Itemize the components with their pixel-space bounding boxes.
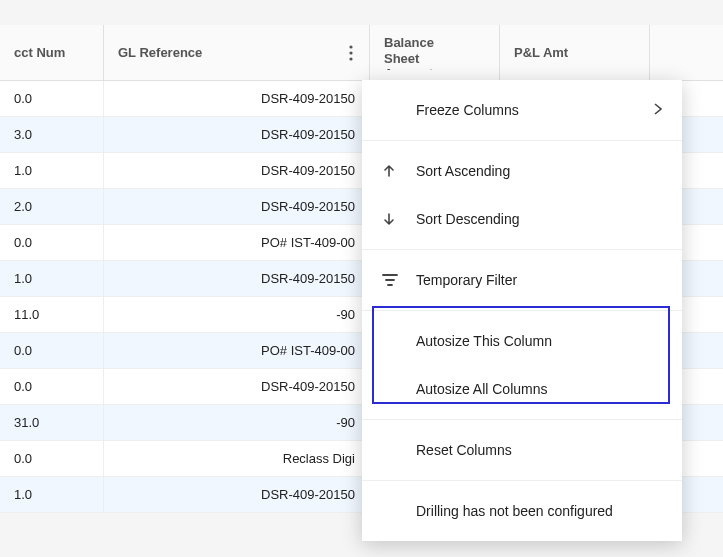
cell-value: 0.0 bbox=[14, 235, 32, 250]
cell-value: -90 bbox=[336, 307, 355, 322]
svg-point-1 bbox=[349, 51, 352, 54]
cell-acct-num[interactable]: 1.0 bbox=[0, 153, 104, 188]
menu-item-temporary-filter[interactable]: Temporary Filter bbox=[362, 256, 682, 304]
column-header-gl-reference[interactable]: GL Reference bbox=[104, 25, 370, 80]
filter-icon bbox=[382, 274, 416, 286]
cell-value: 2.0 bbox=[14, 199, 32, 214]
cell-acct-num[interactable]: 1.0 bbox=[0, 477, 104, 512]
arrow-up-icon bbox=[382, 164, 416, 178]
svg-point-2 bbox=[349, 57, 352, 60]
menu-separator bbox=[362, 140, 682, 141]
cell-gl-reference[interactable]: PO# IST-409-00 bbox=[104, 333, 370, 368]
cell-value: DSR-409-20150 bbox=[261, 163, 355, 178]
header-label-line1: Balance bbox=[384, 35, 434, 51]
header-label: GL Reference bbox=[118, 45, 202, 60]
menu-item-drilling-message: Drilling has not been configured bbox=[362, 487, 682, 535]
menu-separator bbox=[362, 310, 682, 311]
cell-value: 1.0 bbox=[14, 163, 32, 178]
cell-acct-num[interactable]: 3.0 bbox=[0, 117, 104, 152]
column-context-menu: Freeze Columns Sort Ascending Sort Desce… bbox=[362, 80, 682, 541]
cell-acct-num[interactable]: 0.0 bbox=[0, 369, 104, 404]
cell-gl-reference[interactable]: DSR-409-20150 bbox=[104, 261, 370, 296]
cell-gl-reference[interactable]: -90 bbox=[104, 297, 370, 332]
cell-gl-reference[interactable]: DSR-409-20150 bbox=[104, 369, 370, 404]
menu-label: Autosize This Column bbox=[416, 333, 662, 349]
cell-value: 0.0 bbox=[14, 343, 32, 358]
menu-separator bbox=[362, 419, 682, 420]
menu-label: Freeze Columns bbox=[416, 102, 654, 118]
submenu-caret-icon bbox=[654, 102, 662, 118]
cell-acct-num[interactable]: 2.0 bbox=[0, 189, 104, 224]
menu-label: Drilling has not been configured bbox=[416, 503, 662, 519]
menu-item-autosize-all-columns[interactable]: Autosize All Columns bbox=[362, 365, 682, 413]
cell-acct-num[interactable]: 0.0 bbox=[0, 441, 104, 476]
menu-item-reset-columns[interactable]: Reset Columns bbox=[362, 426, 682, 474]
menu-separator bbox=[362, 480, 682, 481]
menu-item-sort-descending[interactable]: Sort Descending bbox=[362, 195, 682, 243]
cell-acct-num[interactable]: 0.0 bbox=[0, 333, 104, 368]
cell-value: DSR-409-20150 bbox=[261, 487, 355, 502]
cell-gl-reference[interactable]: DSR-409-20150 bbox=[104, 189, 370, 224]
header-row: cct Num GL Reference Balance Sheet Amoun… bbox=[0, 25, 723, 81]
cell-value: DSR-409-20150 bbox=[261, 199, 355, 214]
menu-label: Reset Columns bbox=[416, 442, 662, 458]
cell-value: Reclass Digi bbox=[283, 451, 355, 466]
arrow-down-icon bbox=[382, 212, 416, 226]
svg-point-0 bbox=[349, 45, 352, 48]
menu-label: Sort Descending bbox=[416, 211, 662, 227]
cell-value: 0.0 bbox=[14, 379, 32, 394]
header-label: P&L Amt bbox=[514, 45, 568, 60]
menu-label: Autosize All Columns bbox=[416, 381, 662, 397]
cell-acct-num[interactable]: 0.0 bbox=[0, 225, 104, 260]
cell-value: DSR-409-20150 bbox=[261, 91, 355, 106]
cell-value: PO# IST-409-00 bbox=[261, 343, 355, 358]
column-header-balance-sheet-amount[interactable]: Balance Sheet Amount bbox=[370, 25, 500, 80]
header-label: cct Num bbox=[14, 45, 65, 60]
menu-item-freeze-columns[interactable]: Freeze Columns bbox=[362, 86, 682, 134]
cell-gl-reference[interactable]: -90 bbox=[104, 405, 370, 440]
cell-gl-reference[interactable]: Reclass Digi bbox=[104, 441, 370, 476]
column-header-pl-amt[interactable]: P&L Amt bbox=[500, 25, 650, 80]
cell-value: 0.0 bbox=[14, 91, 32, 106]
cell-acct-num[interactable]: 31.0 bbox=[0, 405, 104, 440]
cell-value: 1.0 bbox=[14, 271, 32, 286]
header-label-line2: Sheet bbox=[384, 51, 419, 67]
cell-value: PO# IST-409-00 bbox=[261, 235, 355, 250]
cell-gl-reference[interactable]: PO# IST-409-00 bbox=[104, 225, 370, 260]
cell-value: 3.0 bbox=[14, 127, 32, 142]
kebab-menu-icon[interactable] bbox=[339, 41, 363, 65]
menu-item-autosize-this-column[interactable]: Autosize This Column bbox=[362, 317, 682, 365]
menu-separator bbox=[362, 249, 682, 250]
cell-value: DSR-409-20150 bbox=[261, 379, 355, 394]
cell-value: DSR-409-20150 bbox=[261, 127, 355, 142]
cell-value: -90 bbox=[336, 415, 355, 430]
cell-value: DSR-409-20150 bbox=[261, 271, 355, 286]
cell-value: 1.0 bbox=[14, 487, 32, 502]
cell-gl-reference[interactable]: DSR-409-20150 bbox=[104, 153, 370, 188]
menu-label: Sort Ascending bbox=[416, 163, 662, 179]
cell-acct-num[interactable]: 1.0 bbox=[0, 261, 104, 296]
header-label-line3: Amount bbox=[384, 66, 433, 70]
menu-label: Temporary Filter bbox=[416, 272, 662, 288]
cell-value: 11.0 bbox=[14, 307, 39, 322]
column-header-acct-num[interactable]: cct Num bbox=[0, 25, 104, 80]
cell-acct-num[interactable]: 11.0 bbox=[0, 297, 104, 332]
menu-item-sort-ascending[interactable]: Sort Ascending bbox=[362, 147, 682, 195]
cell-gl-reference[interactable]: DSR-409-20150 bbox=[104, 477, 370, 512]
cell-value: 0.0 bbox=[14, 451, 32, 466]
cell-gl-reference[interactable]: DSR-409-20150 bbox=[104, 81, 370, 116]
cell-acct-num[interactable]: 0.0 bbox=[0, 81, 104, 116]
cell-value: 31.0 bbox=[14, 415, 39, 430]
cell-gl-reference[interactable]: DSR-409-20150 bbox=[104, 117, 370, 152]
